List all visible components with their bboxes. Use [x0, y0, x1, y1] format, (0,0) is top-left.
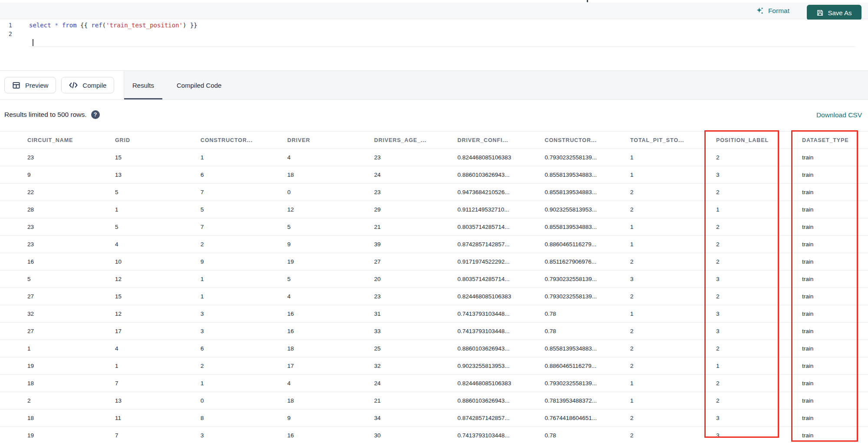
- cell-dataset-type: train: [802, 375, 868, 392]
- cell-circuit-name: 32: [27, 305, 115, 323]
- cell-constructor: 9: [201, 253, 287, 271]
- cell-drivers-age: 23: [374, 184, 457, 201]
- cell-driver-confi: 0.8860103626943...: [457, 340, 545, 357]
- active-line-highlight: [29, 38, 856, 47]
- code-token-keyword: select: [29, 22, 51, 29]
- tab-results[interactable]: Results: [124, 71, 162, 99]
- code-token-plain: ) }}: [183, 22, 197, 29]
- table-header-row: CIRCUIT_NAMEGRIDCONSTRUCTOR...DRIVERDRIV…: [0, 132, 868, 149]
- cell-driver: 16: [287, 427, 374, 443]
- cell-driver-confi: 0.7413793103448...: [457, 427, 545, 443]
- column-header-circuit-name[interactable]: CIRCUIT_NAME: [27, 132, 115, 149]
- column-header-grid[interactable]: GRID: [115, 132, 201, 149]
- cell-position-label: 3: [716, 427, 802, 443]
- cell-constructor: 3: [201, 323, 287, 340]
- cell-grid: 7: [115, 427, 201, 443]
- table-row: 181189340.8742857142857...0.767441860465…: [0, 410, 868, 427]
- table-row: 3212316310.7413793103448...0.7813train: [0, 305, 868, 323]
- cell-total-pit-sto: 3: [630, 271, 716, 288]
- cell-circuit-name: 22: [27, 184, 115, 201]
- cell-grid: 5: [115, 184, 201, 201]
- code-token-operator: *: [51, 22, 62, 29]
- cell-drivers-age: 21: [374, 218, 457, 236]
- row-limit-text: Results limited to 500 rows.: [4, 111, 87, 119]
- cell-grid: 12: [115, 305, 201, 323]
- line-number-2: 2: [0, 30, 16, 37]
- cell-grid: 13: [115, 166, 201, 184]
- code-token-plain: {{: [77, 22, 92, 29]
- cell-constructor: 0.7674418604651...: [545, 410, 630, 427]
- download-csv-link[interactable]: Download CSV: [816, 111, 862, 119]
- cell-driver-confi: 0.824468085106383: [457, 149, 545, 166]
- cell-dataset-type: train: [802, 149, 868, 166]
- column-header-driver-confi[interactable]: DRIVER_CONFI...: [457, 132, 545, 149]
- code-token-keyword: from: [62, 22, 77, 29]
- cell-dataset-type: train: [802, 184, 868, 201]
- cell-driver-confi: 0.7413793103448...: [457, 323, 545, 340]
- row-gutter-cell: [0, 375, 27, 392]
- cell-dataset-type: train: [802, 271, 868, 288]
- cell-circuit-name: 18: [27, 375, 115, 392]
- results-tabs: ResultsCompiled Code: [124, 71, 868, 99]
- row-gutter-cell: [0, 392, 27, 410]
- cell-constructor: 5: [201, 201, 287, 218]
- table-row: 14618250.8860103626943...0.8558139534883…: [0, 340, 868, 357]
- cell-circuit-name: 23: [27, 149, 115, 166]
- table-row: 2717316330.7413793103448...0.7823train: [0, 323, 868, 340]
- row-gutter-cell: [0, 253, 27, 271]
- cell-constructor: 6: [201, 166, 287, 184]
- cell-total-pit-sto: 1: [630, 375, 716, 392]
- cell-drivers-age: 27: [374, 253, 457, 271]
- preview-button[interactable]: Preview: [4, 77, 56, 93]
- sparkles-icon: [756, 7, 764, 15]
- cell-constructor: 0.78: [545, 427, 630, 443]
- editor-line-1[interactable]: 1 select * from {{ ref('train_test_posit…: [0, 21, 868, 30]
- cell-circuit-name: 19: [27, 357, 115, 375]
- cell-driver-confi: 0.8035714285714...: [457, 218, 545, 236]
- cell-total-pit-sto: 1: [630, 305, 716, 323]
- column-header-drivers-age[interactable]: DRIVERS_AGE_...: [374, 132, 457, 149]
- cell-drivers-age: 32: [374, 357, 457, 375]
- sql-editor[interactable]: 1 select * from {{ ref('train_test_posit…: [0, 20, 868, 70]
- cell-constructor: 3: [201, 305, 287, 323]
- column-header-total-pit-sto[interactable]: TOTAL_PIT_STO...: [630, 132, 716, 149]
- table-row: 231514230.8244680851063830.7930232558139…: [0, 149, 868, 166]
- compile-button[interactable]: Compile: [61, 77, 114, 93]
- column-header-constructor[interactable]: CONSTRUCTOR...: [545, 132, 630, 149]
- cell-grid: 15: [115, 149, 201, 166]
- editor-line-2[interactable]: 2: [0, 30, 868, 38]
- column-header-dataset-type[interactable]: DATASET_TYPE: [802, 132, 868, 149]
- cell-position-label: 2: [716, 340, 802, 357]
- cell-total-pit-sto: 2: [630, 357, 716, 375]
- row-gutter-cell: [0, 427, 27, 443]
- format-button[interactable]: Format: [756, 5, 789, 17]
- cell-circuit-name: 23: [27, 236, 115, 253]
- save-as-button[interactable]: Save As: [807, 5, 861, 20]
- preview-button-label: Preview: [25, 82, 48, 89]
- cell-total-pit-sto: 1: [630, 392, 716, 410]
- cell-driver-confi: 0.8742857142857...: [457, 410, 545, 427]
- tab-compiled-code[interactable]: Compiled Code: [168, 71, 230, 99]
- cell-dataset-type: train: [802, 288, 868, 305]
- cell-constructor: 0.7930232558139...: [545, 149, 630, 166]
- cell-driver-confi: 0.824468085106383: [457, 375, 545, 392]
- cell-drivers-age: 33: [374, 323, 457, 340]
- cell-position-label: 3: [716, 323, 802, 340]
- cell-dataset-type: train: [802, 427, 868, 443]
- column-header-position-label[interactable]: POSITION_LABEL: [716, 132, 802, 149]
- cell-constructor: 2: [201, 236, 287, 253]
- cell-grid: 13: [115, 392, 201, 410]
- cell-total-pit-sto: 1: [630, 166, 716, 184]
- cell-dataset-type: train: [802, 410, 868, 427]
- table-row: 23429390.8742857142857...0.8860465116279…: [0, 236, 868, 253]
- column-header-driver[interactable]: DRIVER: [287, 132, 374, 149]
- row-gutter-cell: [0, 201, 27, 218]
- code-token-string: 'train_test_position': [106, 22, 183, 29]
- table-body: 231514230.8244680851063830.7930232558139…: [0, 149, 868, 443]
- cell-constructor: 0.78: [545, 323, 630, 340]
- cell-driver-confi: 0.8742857142857...: [457, 236, 545, 253]
- cell-driver: 12: [287, 201, 374, 218]
- cell-constructor: 1: [201, 375, 287, 392]
- column-header-constructor[interactable]: CONSTRUCTOR...: [201, 132, 287, 149]
- help-icon[interactable]: ?: [91, 110, 100, 119]
